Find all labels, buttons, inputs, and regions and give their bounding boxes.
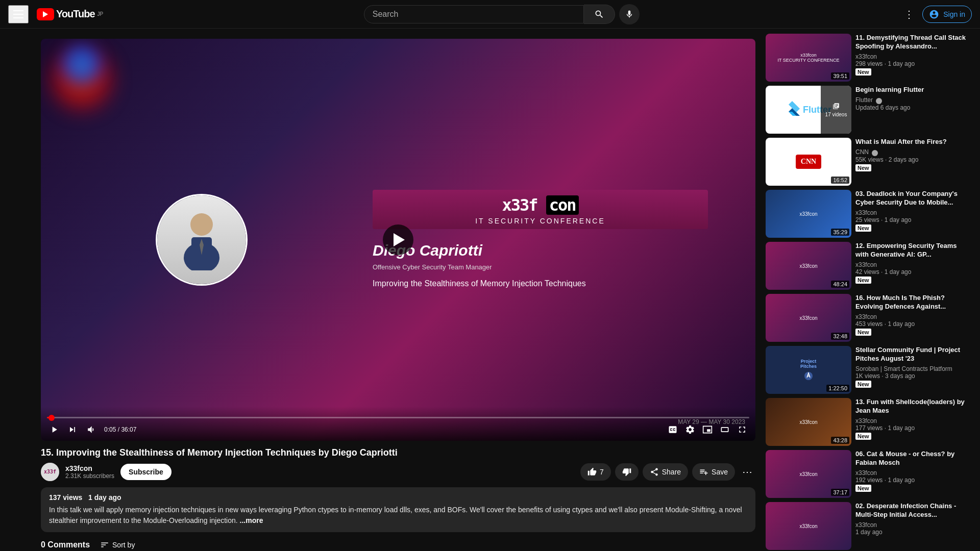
thumbnail: x33fconIT SECURITY CONFERENCE 39:51	[766, 34, 851, 82]
search-icon	[594, 9, 604, 19]
sidebar-video-title: Begin learning Flutter	[855, 86, 972, 94]
sidebar-video-title: 12. Empowering Security Teams with Gener…	[855, 242, 972, 259]
skip-next-icon	[67, 424, 78, 435]
sidebar-item[interactable]: x33fcon 43:28 13. Fun with Shellcode(loa…	[766, 398, 972, 446]
signin-label: Sign in	[943, 10, 965, 18]
right-section: x33f con IT SECURITY CONFERENCE Diego Ca…	[362, 39, 755, 441]
sidebar-item[interactable]: x33fcon 37:17 06. Cat & Mouse - or Chess…	[766, 450, 972, 498]
sidebar-meta: 55K views · 2 days ago	[855, 156, 972, 163]
thumbs-down-icon	[622, 467, 631, 477]
search-bar	[364, 4, 640, 24]
new-badge: New	[855, 381, 871, 388]
playlist-overlay: 17 videos	[821, 86, 851, 134]
video-player[interactable]: x33f con IT SECURITY CONFERENCE Diego Ca…	[41, 39, 755, 441]
play-pause-button[interactable]	[47, 422, 61, 437]
thumbnail: CNN 16:52	[766, 138, 851, 186]
video-duration: 48:24	[831, 281, 849, 288]
play-icon	[49, 424, 59, 435]
comments-header: 0 Comments Sort by	[41, 540, 755, 549]
sidebar-meta: Updated 6 days ago	[855, 104, 972, 111]
sidebar-item[interactable]: x33fcon 02. Desperate Infection Chains -…	[766, 502, 972, 550]
new-badge: New	[855, 277, 871, 284]
speaker-photo	[157, 195, 246, 284]
miniplayer-button[interactable]	[700, 422, 715, 437]
volume-icon	[86, 424, 96, 435]
conference-subtitle: IT SECURITY CONFERENCE	[383, 217, 698, 225]
channel-info: x33f x33fcon 2.31K subscribers Subscribe	[41, 463, 172, 481]
flutter-thumbnail: Flutter 17 videos	[766, 86, 851, 134]
sidebar-video-title: 16. How Much Is The Phish? Evolving Defe…	[855, 294, 972, 311]
controls-row: 0:05 / 36:07	[47, 422, 749, 437]
header-left: YouTubeJP	[8, 5, 103, 23]
volume-button[interactable]	[84, 422, 98, 437]
miniplayer-icon	[702, 424, 713, 435]
video-duration: 16:52	[831, 177, 849, 184]
sidebar-channel: x33fcon	[855, 53, 972, 60]
search-input-wrap	[364, 5, 584, 23]
channel-details: x33fcon 2.31K subscribers	[65, 464, 114, 480]
playlist-icon	[832, 103, 840, 110]
video-section: x33f con IT SECURITY CONFERENCE Diego Ca…	[0, 29, 766, 551]
sidebar-item[interactable]: x33fcon 48:24 12. Empowering Security Te…	[766, 242, 972, 290]
video-duration: 39:51	[831, 72, 849, 80]
video-info: 13. Fun with Shellcode(loaders) by Jean …	[855, 398, 972, 446]
thumbnail: x33fcon 43:28	[766, 398, 851, 446]
comments-count: 0 Comments	[41, 540, 90, 549]
sort-button[interactable]: Sort by	[100, 540, 135, 549]
channel-avatar[interactable]: x33f	[41, 463, 59, 481]
thumbnail: x33fcon 32:48	[766, 294, 851, 342]
conference-banner: x33f con IT SECURITY CONFERENCE	[373, 190, 708, 229]
new-badge: New	[855, 164, 871, 171]
play-button-overlay[interactable]	[383, 224, 413, 255]
new-badge: New	[855, 485, 871, 492]
cc-icon	[668, 424, 678, 435]
search-button[interactable]	[584, 5, 615, 24]
signin-button[interactable]: Sign in	[922, 6, 972, 23]
share-button[interactable]: Share	[643, 463, 688, 481]
time-display: 0:05 / 36:07	[104, 426, 136, 433]
sidebar-item[interactable]: x33fcon 35:29 03. Deadlock in Your Compa…	[766, 190, 972, 238]
settings-button[interactable]	[683, 422, 697, 437]
sidebar-meta: 453 views · 1 day ago	[855, 320, 972, 328]
sidebar-meta: 25 views · 1 day ago	[855, 216, 972, 223]
playlist-count: 17 videos	[825, 112, 847, 117]
save-button[interactable]: Save	[692, 463, 735, 481]
new-badge: New	[855, 224, 871, 232]
subscribe-button[interactable]: Subscribe	[120, 464, 172, 480]
like-button[interactable]: 7	[580, 463, 611, 481]
description-more[interactable]: ...more	[240, 516, 263, 524]
hamburger-menu[interactable]	[8, 5, 29, 23]
fullscreen-button[interactable]	[735, 422, 749, 437]
youtube-logo[interactable]: YouTubeJP	[37, 8, 103, 20]
sidebar-channel: Flutter ✓	[855, 96, 972, 104]
mic-button[interactable]	[619, 4, 640, 24]
more-options-button[interactable]: ⋮	[900, 4, 918, 24]
sidebar-item[interactable]: x33fcon 32:48 16. How Much Is The Phish?…	[766, 294, 972, 342]
dislike-button[interactable]	[615, 463, 639, 481]
sidebar-item[interactable]: Flutter 17 videos Begin learning Flutter…	[766, 86, 972, 134]
speaker-section	[41, 39, 362, 441]
sidebar-item[interactable]: CNN 16:52 What is Maui After the Fires? …	[766, 138, 972, 186]
account-icon	[929, 9, 939, 19]
sidebar-item[interactable]: ProjectPitches 1:22:50 Stellar Community…	[766, 346, 972, 394]
verified-badge: ✓	[876, 98, 882, 104]
next-button[interactable]	[65, 422, 80, 437]
description-box[interactable]: 137 views 1 day ago In this talk we will…	[41, 487, 755, 532]
save-label: Save	[712, 468, 728, 476]
sidebar-meta: 1K views · 3 days ago	[855, 372, 972, 380]
main-container: x33f con IT SECURITY CONFERENCE Diego Ca…	[0, 29, 980, 551]
search-input[interactable]	[364, 6, 583, 23]
like-count: 7	[600, 468, 604, 476]
cc-button[interactable]	[666, 422, 680, 437]
controls-right	[666, 422, 749, 437]
video-info: 03. Deadlock in Your Company's Cyber Sec…	[855, 190, 972, 238]
header-right: ⋮ Sign in	[900, 4, 972, 24]
more-actions-button[interactable]: ⋯	[739, 463, 755, 481]
progress-bar[interactable]	[47, 417, 749, 418]
video-stats: 137 views 1 day ago	[49, 493, 747, 502]
theater-button[interactable]	[718, 422, 732, 437]
new-badge: New	[855, 68, 871, 76]
sidebar-item[interactable]: x33fconIT SECURITY CONFERENCE 39:51 11. …	[766, 34, 972, 82]
flutter-icon	[786, 101, 800, 118]
progress-dot	[48, 415, 55, 421]
